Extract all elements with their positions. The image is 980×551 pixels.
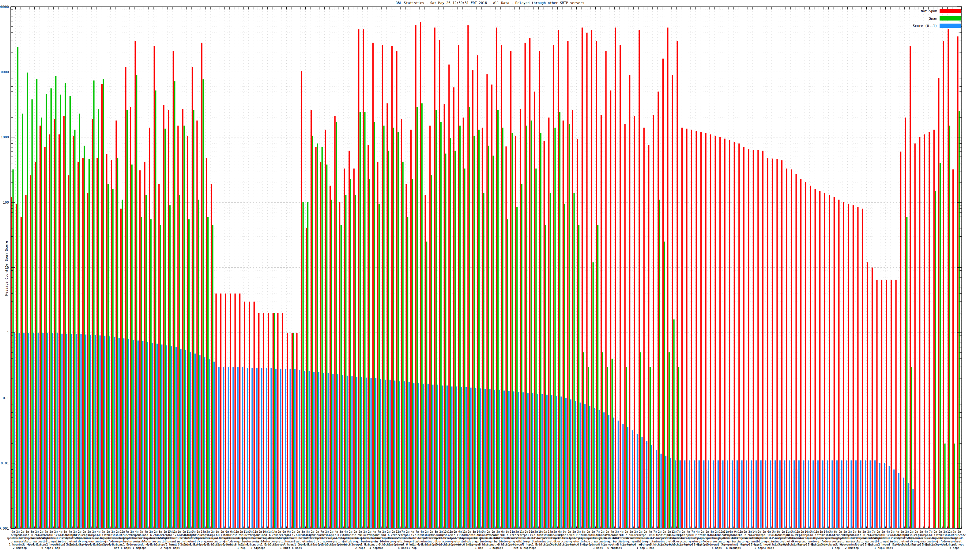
not-spam-bar	[463, 118, 464, 528]
score-bar	[903, 478, 904, 528]
bar-group	[220, 294, 224, 528]
score-bar	[556, 396, 557, 528]
not-spam-bar	[872, 268, 873, 528]
score-bar	[560, 396, 562, 528]
not-spam-bar	[896, 280, 897, 528]
not-spam-bar	[49, 134, 50, 528]
score-bar	[170, 346, 172, 528]
not-spam-bar	[781, 160, 783, 528]
not-spam-bar	[239, 294, 240, 528]
not-spam-bar	[30, 175, 31, 528]
chart-plot-area: 1000001000010001001010.10.010.0019@zensp…	[0, 0, 980, 551]
not-spam-bar	[206, 158, 207, 528]
score-bar	[156, 344, 158, 528]
spam-bar	[364, 112, 365, 528]
not-spam-bar	[548, 118, 549, 528]
not-spam-bar	[87, 193, 88, 528]
not-spam-bar	[591, 30, 592, 528]
bar-group	[553, 45, 557, 528]
score-bar	[855, 460, 857, 528]
bar-group	[396, 51, 400, 528]
legend-label-not-spam: Not Spam	[921, 9, 937, 13]
score-bar	[732, 460, 733, 528]
score-bar	[727, 460, 728, 528]
score-bar	[803, 460, 804, 528]
spam-bar	[512, 133, 513, 528]
spam-bar	[321, 147, 323, 528]
spam-bar	[70, 96, 71, 528]
bar-group	[45, 94, 48, 528]
spam-bar	[302, 202, 304, 528]
not-spam-bar	[695, 131, 697, 528]
score-bar	[584, 404, 585, 528]
score-bar	[247, 368, 248, 528]
not-spam-bar	[786, 169, 787, 528]
score-bar	[670, 458, 671, 528]
spam-bar	[345, 195, 346, 528]
bar-group	[910, 46, 913, 528]
score-bar	[884, 463, 885, 528]
spam-bar	[554, 128, 555, 528]
not-spam-bar	[11, 197, 12, 528]
spam-bar	[911, 367, 912, 528]
not-spam-bar	[120, 209, 122, 528]
not-spam-bar	[653, 115, 654, 528]
bar-group	[781, 160, 785, 528]
bar-group	[643, 128, 648, 528]
not-spam-bar	[539, 51, 540, 528]
spam-bar	[207, 217, 208, 528]
bar-group	[762, 151, 766, 528]
bar-group	[73, 130, 77, 528]
not-spam-bar	[491, 84, 492, 528]
bar-group	[401, 119, 405, 528]
not-spam-bar	[857, 207, 858, 528]
bar-group	[368, 145, 371, 528]
spam-bar	[198, 200, 199, 528]
not-spam-bar	[762, 151, 764, 528]
not-spam-bar	[434, 27, 436, 528]
spam-bar	[531, 121, 532, 528]
score-bar	[760, 460, 761, 528]
score-bar	[76, 334, 77, 528]
score-bar	[428, 384, 429, 528]
score-bar	[703, 460, 705, 528]
score-bar	[342, 375, 343, 528]
not-spam-bar	[45, 147, 46, 528]
spam-bar	[274, 313, 275, 528]
bar-group	[886, 280, 890, 528]
bar-group	[653, 115, 657, 528]
score-bar	[846, 460, 847, 528]
legend-row-spam: Spam	[913, 15, 961, 22]
spam-bar	[588, 367, 589, 528]
score-bar	[850, 460, 852, 528]
not-spam-bar	[891, 280, 892, 528]
score-bar	[456, 386, 457, 528]
spam-bar	[93, 81, 94, 528]
spam-bar	[36, 79, 37, 528]
not-spam-bar	[667, 27, 668, 528]
spam-bar	[103, 79, 104, 528]
bar-group	[358, 29, 362, 528]
score-bar	[651, 445, 652, 528]
bar-group	[425, 195, 429, 528]
not-spam-bar	[525, 43, 526, 528]
not-spam-bar	[501, 45, 502, 528]
score-bar	[19, 333, 20, 528]
score-bar	[228, 367, 229, 528]
bar-group	[192, 67, 196, 528]
not-spam-bar	[605, 51, 606, 528]
spam-bar	[550, 193, 551, 528]
not-spam-bar	[848, 204, 849, 528]
not-spam-bar	[715, 136, 716, 528]
spam-bar	[455, 151, 456, 528]
not-spam-bar	[420, 22, 421, 528]
not-spam-bar	[719, 137, 721, 528]
spam-bar	[488, 146, 489, 528]
spam-bar	[583, 353, 584, 528]
score-bar	[14, 333, 15, 528]
not-spam-bar	[410, 130, 412, 528]
not-spam-bar	[776, 159, 778, 528]
spam-bar	[360, 112, 361, 528]
bar-group	[320, 147, 324, 528]
legend-label-score: Score (0..1)	[913, 24, 937, 28]
